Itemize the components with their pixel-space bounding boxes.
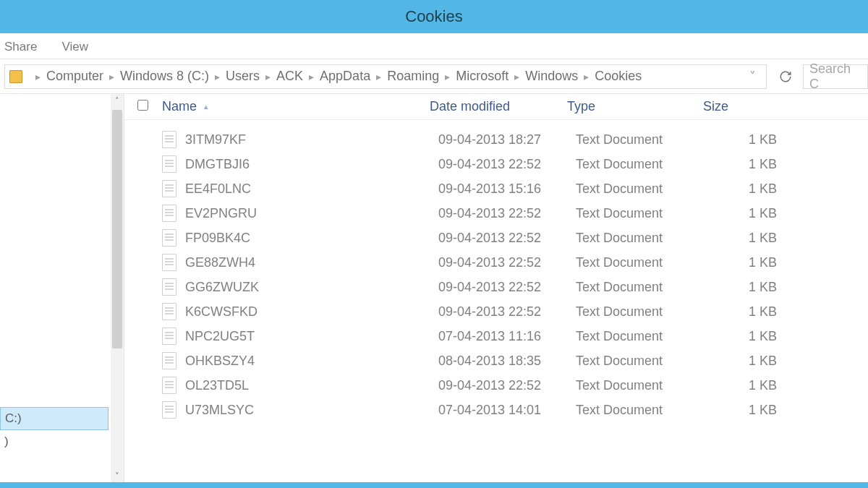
chevron-right-icon[interactable]: ▸ — [35, 71, 41, 82]
file-date: 09-04-2013 22:52 — [438, 280, 576, 295]
file-row[interactable]: EE4F0LNC09-04-2013 15:16Text Document1 K… — [124, 176, 868, 201]
body-area: C:) ) ˄ ˅ Name ▴ Date modified Type — [0, 94, 868, 482]
file-type: Text Document — [576, 157, 712, 172]
file-date: 07-04-2013 14:01 — [438, 403, 576, 418]
file-name: EV2PNGRU — [185, 206, 438, 221]
file-size: 1 KB — [712, 329, 777, 344]
column-name-label: Name — [162, 99, 197, 114]
file-row[interactable]: DMGTBJI609-04-2013 22:52Text Document1 K… — [124, 152, 868, 176]
column-checkbox[interactable] — [137, 99, 162, 114]
file-size: 1 KB — [712, 157, 777, 172]
nav-scrollbar[interactable]: ˄ ˅ — [111, 94, 124, 482]
file-name: NPC2UG5T — [185, 329, 438, 344]
file-row[interactable]: EV2PNGRU09-04-2013 22:52Text Document1 K… — [124, 201, 868, 226]
text-file-icon — [162, 352, 176, 369]
file-name: OL23TD5L — [185, 378, 438, 393]
nav-item-label: C:) — [5, 411, 22, 426]
file-row[interactable]: GE88ZWH409-04-2013 22:52Text Document1 K… — [124, 250, 868, 275]
crumb-drive[interactable]: Windows 8 (C:) — [120, 69, 209, 84]
chevron-right-icon[interactable]: ▸ — [309, 71, 314, 82]
text-file-icon — [162, 254, 176, 271]
search-placeholder: Search C — [809, 61, 861, 92]
chevron-right-icon[interactable]: ▸ — [445, 71, 450, 82]
text-file-icon — [162, 180, 176, 197]
text-file-icon — [162, 377, 176, 394]
address-dropdown-icon[interactable]: ˅ — [744, 69, 762, 85]
file-type: Text Document — [576, 231, 712, 246]
file-type: Text Document — [576, 403, 712, 418]
select-all-checkbox[interactable] — [137, 100, 148, 111]
file-date: 09-04-2013 22:52 — [438, 231, 576, 246]
nav-item-other[interactable]: ) — [0, 430, 109, 453]
chevron-right-icon[interactable]: ▸ — [215, 71, 220, 82]
text-file-icon — [162, 205, 176, 222]
file-name: 3ITM97KF — [185, 132, 438, 147]
file-row[interactable]: GG6ZWUZK09-04-2013 22:52Text Document1 K… — [124, 275, 868, 299]
file-type: Text Document — [576, 206, 712, 221]
file-type: Text Document — [576, 354, 712, 369]
text-file-icon — [162, 278, 176, 296]
file-date: 09-04-2013 22:52 — [438, 255, 576, 270]
navigation-pane[interactable]: C:) ) ˄ ˅ — [0, 94, 124, 482]
file-name: GG6ZWUZK — [185, 280, 438, 295]
file-date: 08-04-2013 18:35 — [438, 354, 576, 369]
crumb-ack[interactable]: ACK — [276, 69, 303, 84]
file-type: Text Document — [576, 255, 712, 270]
file-row[interactable]: FP09BK4C09-04-2013 22:52Text Document1 K… — [124, 226, 868, 250]
address-row: ▸ Computer ▸ Windows 8 (C:) ▸ Users ▸ AC… — [0, 59, 868, 94]
file-size: 1 KB — [712, 231, 777, 246]
file-date: 09-04-2013 22:52 — [438, 378, 576, 393]
file-name: GE88ZWH4 — [185, 255, 438, 270]
crumb-computer[interactable]: Computer — [46, 69, 103, 84]
file-name: U73MLSYC — [185, 403, 438, 418]
refresh-button[interactable] — [774, 65, 797, 88]
column-header-type[interactable]: Type — [567, 99, 703, 114]
file-type: Text Document — [576, 280, 712, 295]
file-row[interactable]: U73MLSYC07-04-2013 14:01Text Document1 K… — [124, 398, 868, 422]
crumb-cookies[interactable]: Cookies — [595, 69, 642, 84]
file-name: OHKBSZY4 — [185, 354, 438, 369]
crumb-microsoft[interactable]: Microsoft — [456, 69, 509, 84]
text-file-icon — [162, 303, 176, 320]
file-row[interactable]: NPC2UG5T07-04-2013 11:16Text Document1 K… — [124, 324, 868, 348]
window-border-bottom — [0, 482, 868, 488]
ribbon-tab-share[interactable]: Share — [4, 40, 37, 59]
chevron-right-icon[interactable]: ▸ — [109, 71, 114, 82]
search-input[interactable]: Search C — [803, 64, 868, 89]
file-name: K6CWSFKD — [185, 304, 438, 320]
column-header-name[interactable]: Name ▴ — [162, 99, 430, 114]
file-row[interactable]: K6CWSFKD09-04-2013 22:52Text Document1 K… — [124, 299, 868, 324]
ribbon-tab-view[interactable]: View — [61, 40, 88, 59]
window-title: Cookies — [405, 7, 462, 26]
chevron-right-icon[interactable]: ▸ — [376, 71, 381, 82]
file-date: 09-04-2013 18:27 — [438, 132, 576, 147]
file-size: 1 KB — [712, 255, 777, 270]
file-size: 1 KB — [712, 181, 777, 197]
chevron-right-icon[interactable]: ▸ — [265, 71, 271, 82]
chevron-right-icon[interactable]: ▸ — [584, 71, 589, 82]
column-header-date[interactable]: Date modified — [430, 99, 567, 114]
crumb-roaming[interactable]: Roaming — [387, 69, 439, 84]
file-date: 09-04-2013 22:52 — [438, 157, 576, 172]
crumb-windows[interactable]: Windows — [525, 69, 578, 84]
file-row[interactable]: OL23TD5L09-04-2013 22:52Text Document1 K… — [124, 373, 868, 398]
file-name: FP09BK4C — [185, 231, 438, 246]
title-bar[interactable]: Cookies — [0, 0, 868, 33]
file-size: 1 KB — [712, 354, 777, 369]
scroll-down-icon[interactable]: ˅ — [111, 469, 124, 482]
file-row[interactable]: OHKBSZY408-04-2013 18:35Text Document1 K… — [124, 348, 868, 373]
chevron-right-icon[interactable]: ▸ — [514, 71, 519, 82]
crumb-appdata[interactable]: AppData — [320, 69, 370, 84]
file-row[interactable]: 3ITM97KF09-04-2013 18:27Text Document1 K… — [124, 127, 868, 152]
file-type: Text Document — [576, 304, 712, 320]
crumb-users[interactable]: Users — [226, 69, 260, 84]
address-bar[interactable]: ▸ Computer ▸ Windows 8 (C:) ▸ Users ▸ AC… — [4, 64, 767, 89]
scroll-thumb[interactable] — [112, 110, 122, 348]
nav-item-drive[interactable]: C:) — [0, 407, 109, 430]
column-header-size[interactable]: Size — [703, 99, 790, 114]
file-type: Text Document — [576, 329, 712, 344]
file-list[interactable]: 3ITM97KF09-04-2013 18:27Text Document1 K… — [124, 120, 868, 482]
scroll-up-icon[interactable]: ˄ — [111, 94, 124, 107]
file-name: DMGTBJI6 — [185, 157, 438, 172]
file-name: EE4F0LNC — [185, 181, 438, 197]
